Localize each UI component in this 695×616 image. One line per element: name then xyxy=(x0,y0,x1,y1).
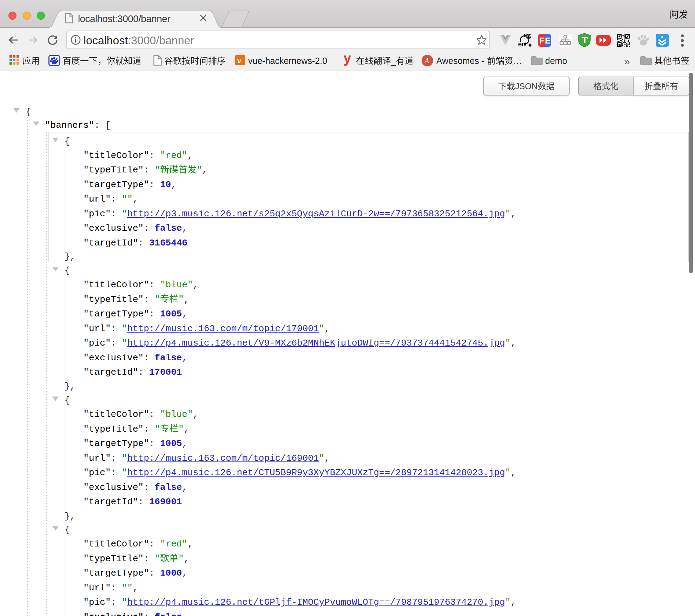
svg-text:E: E xyxy=(545,36,551,45)
svg-text:T: T xyxy=(582,35,588,45)
svg-text:F: F xyxy=(540,36,545,45)
svg-text:v: v xyxy=(237,56,242,65)
svg-text:A: A xyxy=(424,56,429,65)
svg-text:en: en xyxy=(518,40,525,47)
